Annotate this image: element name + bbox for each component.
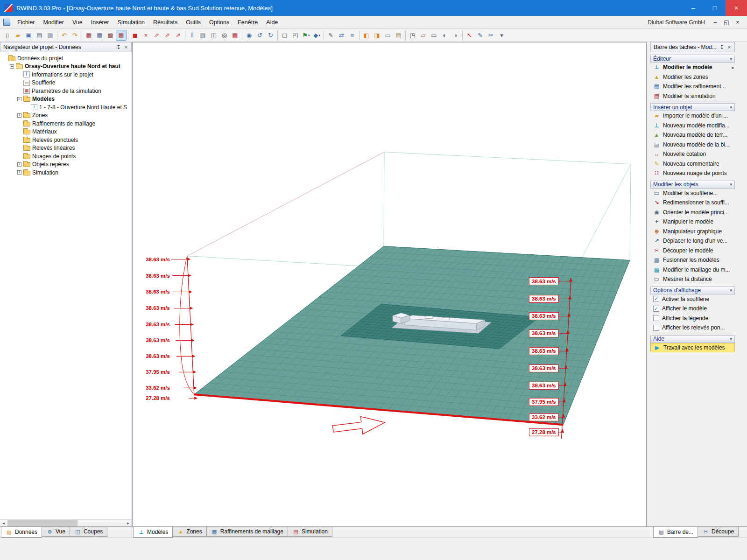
dock-panels-button[interactable]: ▭ bbox=[382, 30, 393, 41]
task-item-déplacer-le-long-d-un-ve[interactable]: ↗Déplacer le long d'un ve... bbox=[650, 236, 735, 246]
tree-item-modèles[interactable]: −Modèles bbox=[0, 95, 132, 104]
section-header-éditeur[interactable]: Éditeur▾ bbox=[650, 55, 735, 63]
task-item-afficher-la-légende[interactable]: Afficher la légende bbox=[650, 314, 735, 323]
new-file-button[interactable]: ▯ bbox=[2, 30, 13, 41]
checkbox-checked[interactable]: ✓ bbox=[653, 306, 659, 312]
task-item-fusionner-les-modèles[interactable]: ▦Fusionner les modèles bbox=[650, 255, 735, 265]
tab-raffinements-de-maillage[interactable]: ▦Raffinements de maillage bbox=[206, 527, 288, 537]
rotate-left-button[interactable]: ↺ bbox=[254, 30, 265, 41]
table-zones-button[interactable]: ▦ bbox=[84, 30, 94, 41]
taskbar-pin-icon[interactable]: ↧ bbox=[718, 43, 726, 51]
task-item-modifier-la-simulation[interactable]: ▤Modifier la simulation bbox=[650, 91, 735, 101]
shading-mode-button[interactable]: ≡ bbox=[347, 30, 358, 41]
expander-minus-icon[interactable]: − bbox=[17, 97, 21, 101]
tree-item-données-du-projet[interactable]: Données du projet bbox=[0, 54, 132, 63]
scroll-right-icon[interactable]: ► bbox=[125, 520, 132, 527]
table-grid-button[interactable]: ▦ bbox=[116, 30, 127, 41]
table-results-button[interactable]: ▩ bbox=[105, 30, 116, 41]
task-item-redimensionner-la-souffl[interactable]: ↘Redimensionner la souffl... bbox=[650, 198, 735, 208]
tree-item-simulation[interactable]: +Simulation bbox=[0, 168, 132, 177]
scrollbar-thumb[interactable] bbox=[7, 520, 78, 526]
clipping-plane-button[interactable]: ✎ bbox=[325, 30, 336, 41]
edit-properties-button[interactable]: ✎ bbox=[475, 30, 486, 41]
section-header-modifier-les-objets[interactable]: Modifier les objets▾ bbox=[650, 181, 735, 189]
navigator-close-icon[interactable]: × bbox=[122, 43, 130, 51]
close-wind-simulation-button[interactable]: × bbox=[141, 30, 151, 41]
task-item-modifier-le-maillage-du-m[interactable]: ▦Modifier le maillage du m... bbox=[650, 265, 735, 275]
tree-item-orsay-ouverture-haute-nord-et-haut[interactable]: −Orsay-Ouverture haute Nord et haut bbox=[0, 63, 132, 71]
wireframe-box-button[interactable]: ◳ bbox=[407, 30, 418, 41]
child-close-button[interactable]: × bbox=[732, 17, 743, 28]
tree-item-matériaux[interactable]: Matériaux bbox=[0, 128, 132, 136]
viewport[interactable]: 38.63 m/s38.63 m/s38.63 m/s38.63 m/s38.6… bbox=[132, 42, 647, 526]
taskbar-close-icon[interactable]: × bbox=[726, 43, 733, 51]
view-isometric-button[interactable]: ◰ bbox=[290, 30, 301, 41]
section-header-insérer-un-objet[interactable]: Insérer un objet▾ bbox=[650, 103, 735, 111]
menu-item-insérer[interactable]: Insérer bbox=[87, 16, 113, 28]
tab-modèles[interactable]: ⊥Modèles bbox=[133, 527, 173, 538]
transparency-button[interactable]: ◐ bbox=[439, 30, 450, 41]
dock-navigator-button[interactable]: ◧ bbox=[361, 30, 372, 41]
menu-item-simulation[interactable]: Simulation bbox=[113, 16, 149, 28]
display-settings-button[interactable]: ✂ bbox=[486, 30, 496, 41]
selection-pointer-button[interactable]: ↖ bbox=[464, 30, 475, 41]
task-item-nouveau-commentaire[interactable]: ✎Nouveau commentaire bbox=[650, 159, 735, 169]
task-item-afficher-les-relevés-pon[interactable]: Afficher les relevés pon... bbox=[650, 323, 735, 333]
tree-item-raffinements-de-maillage[interactable]: Raffinements de maillage bbox=[0, 119, 132, 128]
tree-item-relevés-ponctuels[interactable]: Relevés ponctuels bbox=[0, 136, 132, 144]
section-dropdown-icon[interactable]: ▾ bbox=[730, 56, 732, 61]
task-item-importer-le-modèle-d-un[interactable]: ▰Importer le modèle d'un ... bbox=[650, 111, 735, 121]
maximize-button[interactable]: □ bbox=[704, 0, 726, 16]
move-object-button[interactable]: ⇄ bbox=[336, 30, 347, 41]
navigator-pin-icon[interactable]: ↧ bbox=[115, 43, 122, 51]
menu-item-aide[interactable]: Aide bbox=[262, 16, 282, 28]
minimize-button[interactable]: – bbox=[683, 0, 704, 16]
toolbar-overflow-button[interactable]: ▾ bbox=[496, 30, 507, 41]
task-item-découper-le-modèle[interactable]: ✂Découper le modèle bbox=[650, 246, 735, 256]
view-direction-button[interactable]: ◆▾ bbox=[311, 30, 322, 41]
tab-coupes[interactable]: ◫Coupes bbox=[70, 527, 107, 537]
task-item-modifier-la-soufflerie[interactable]: ▭Modifier la soufflerie... bbox=[650, 189, 735, 198]
tree-item-relevés-linéaires[interactable]: Relevés linéaires bbox=[0, 144, 132, 153]
task-item-nouveau-modèle-modifia[interactable]: ⊥Nouveau modèle modifia... bbox=[650, 121, 735, 131]
task-item-orienter-le-modèle-princi[interactable]: ◉Orienter le modèle princi... bbox=[650, 208, 735, 217]
expander-plus-icon[interactable]: + bbox=[17, 162, 21, 167]
print-preview-button[interactable]: ▤ bbox=[34, 30, 45, 41]
child-minimize-button[interactable]: – bbox=[710, 17, 721, 28]
task-item-nouveau-modèle-de-terr[interactable]: ▲Nouveau modèle de terr... bbox=[650, 130, 735, 140]
tab-simulation[interactable]: ▤Simulation bbox=[288, 527, 332, 537]
tree-item-1-7-8-ouverture-nord-haute-et-s[interactable]: ⊥1 - 7-8 - Ouverture Nord Haute et S bbox=[0, 103, 132, 112]
child-restore-button[interactable]: ◱ bbox=[721, 17, 732, 28]
expander-minus-icon[interactable]: − bbox=[10, 64, 14, 69]
tree-item-soufflerie[interactable]: ▭Soufflerie bbox=[0, 79, 132, 87]
task-item-modifier-les-zones[interactable]: ▲Modifier les zones bbox=[650, 72, 735, 82]
tab-découpe[interactable]: ✂Découpe bbox=[698, 527, 739, 537]
table-refinements-button[interactable]: ▦ bbox=[94, 30, 105, 41]
open-folder-button[interactable]: ▰ bbox=[13, 30, 23, 41]
navigator-hscrollbar[interactable]: ◄ ► bbox=[0, 519, 132, 526]
tab-zones[interactable]: ▲Zones bbox=[172, 527, 206, 537]
section-header-aide[interactable]: Aide▾ bbox=[650, 335, 735, 343]
wind-profile-x-button[interactable]: ⇗ bbox=[151, 30, 162, 41]
wind-profile-y-button[interactable]: ⇗ bbox=[162, 30, 173, 41]
menu-item-outils[interactable]: Outils bbox=[182, 16, 205, 28]
zoom-dynamic-button[interactable]: ◉ bbox=[244, 30, 254, 41]
tree-item-zones[interactable]: +Zones bbox=[0, 112, 132, 120]
checkbox-unchecked[interactable] bbox=[653, 315, 659, 321]
save-button[interactable]: ▣ bbox=[23, 30, 34, 41]
walk-mode-button[interactable]: ⚑▾ bbox=[301, 30, 311, 41]
zones-overlay-button[interactable]: ▦ bbox=[230, 30, 240, 41]
brightness-button[interactable]: ◑ bbox=[450, 30, 461, 41]
menu-item-options[interactable]: Options bbox=[205, 16, 233, 28]
section-header-options-d-affichage[interactable]: Options d'affichage▾ bbox=[650, 287, 735, 294]
task-item-manipuler-le-modèle[interactable]: +Manipuler le modèle bbox=[650, 217, 735, 227]
tab-données[interactable]: ▤Données bbox=[1, 527, 42, 538]
tree-item-nuages-de-points[interactable]: Nuages de points bbox=[0, 152, 132, 161]
export-image-button[interactable]: ▧ bbox=[197, 30, 208, 41]
section-dropdown-icon[interactable]: ▾ bbox=[730, 336, 732, 341]
show-wind-simulation-button[interactable]: ◼ bbox=[130, 30, 141, 41]
tab-vue[interactable]: ⊙Vue bbox=[42, 527, 70, 537]
task-item-nouveau-nuage-de-points[interactable]: ∷Nouveau nuage de points bbox=[650, 168, 735, 178]
task-item-afficher-le-modèle[interactable]: ✓Afficher le modèle bbox=[650, 304, 735, 314]
dock-taskbar-button[interactable]: ◨ bbox=[372, 30, 382, 41]
